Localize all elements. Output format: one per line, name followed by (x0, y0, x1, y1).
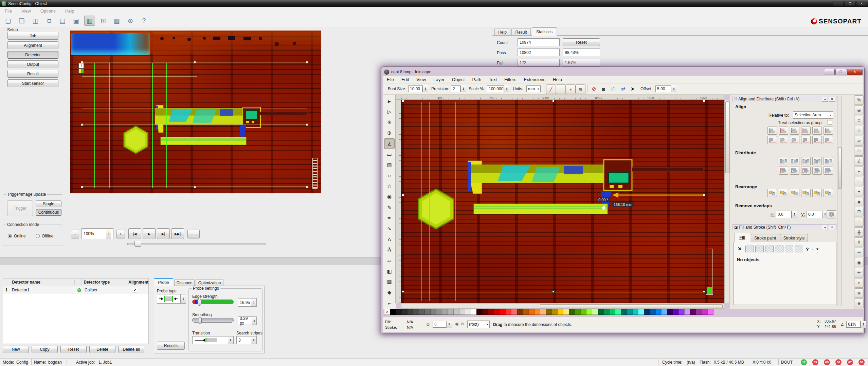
tab-statistics[interactable]: Statistics (532, 27, 557, 36)
snap-button[interactable]: ⊕ (855, 298, 864, 308)
film-slider-track[interactable] (127, 243, 266, 245)
units-select[interactable]: mm ▾ (526, 85, 541, 92)
open-job-icon[interactable]: ❏ (16, 16, 27, 26)
edge-strength-slider[interactable] (192, 300, 234, 304)
zoom-input[interactable]: 61% (846, 321, 861, 328)
detector-name-cell[interactable]: Detector1 (10, 288, 76, 292)
tab-stroke-paint[interactable]: Stroke paint (751, 234, 779, 242)
snap-button[interactable]: ◆ (855, 197, 864, 207)
col-detector-type[interactable]: Detector type (82, 280, 126, 285)
precision-spinner[interactable]: ▲▼ (460, 85, 466, 92)
roi-handle[interactable] (194, 61, 196, 63)
menu-item[interactable]: Help (549, 77, 566, 82)
distribute-centers-h[interactable] (790, 157, 799, 165)
offline-radio[interactable]: Offline (36, 234, 53, 238)
menu-item[interactable]: File (383, 77, 398, 82)
palette-swatch[interactable] (396, 309, 402, 315)
zoom-icon[interactable]: ⊕ (125, 16, 136, 26)
close-button[interactable]: ✕ (856, 1, 867, 6)
palette-swatch[interactable] (534, 309, 540, 315)
snap-button[interactable]: □ (855, 116, 864, 125)
palette-swatch[interactable] (690, 309, 696, 315)
roi-handle[interactable] (306, 61, 308, 63)
zoom-spinner[interactable]: ▲▼ (861, 321, 866, 328)
probe-type-spinner[interactable]: ▲▼ (180, 294, 186, 303)
swatch-mini-icon[interactable]: ◦ (812, 247, 814, 251)
flat-color-button[interactable] (745, 246, 754, 252)
inkscape-canvas[interactable]: 0.00 ° 165.10 mm (401, 100, 724, 303)
align-top-edges[interactable] (779, 136, 788, 144)
opacity-input[interactable]: 0 (433, 321, 446, 328)
align-panel-titlebar[interactable]: ⠿ Align and Distribute (Shift+Ctrl+A) ◂ … (733, 96, 836, 102)
Copy[interactable]: Copy (32, 346, 58, 353)
palette-swatch[interactable] (448, 309, 454, 315)
palette-swatch[interactable] (627, 309, 633, 315)
Delete[interactable]: Delete (89, 346, 115, 353)
palette-swatch[interactable] (390, 309, 396, 315)
precision-input[interactable]: 2 (451, 85, 460, 92)
palette-swatch[interactable] (453, 309, 459, 315)
hscroll-thumb[interactable] (540, 304, 723, 308)
menu-item[interactable]: Filters (501, 77, 520, 82)
edge-strength-thumb[interactable] (198, 299, 201, 306)
palette-swatch[interactable] (603, 309, 610, 315)
edge-strength-spinner[interactable]: ▲▼ (251, 298, 256, 306)
search-stripes-value[interactable]: 3 ▲▼ (236, 336, 257, 344)
palette-swatch[interactable] (528, 309, 535, 315)
menu-item[interactable]: Text (485, 77, 501, 82)
snap-button[interactable]: ⌐ (855, 167, 864, 176)
align-top-to-bottom-edge[interactable] (812, 136, 822, 144)
swatch-button[interactable] (785, 246, 793, 252)
roi-rectangle[interactable] (82, 62, 307, 187)
Output[interactable]: Output (7, 60, 58, 68)
menu-item[interactable]: Layer (430, 77, 448, 82)
palette-swatch[interactable] (494, 309, 500, 315)
roi-handle[interactable] (194, 186, 196, 188)
palette-swatch[interactable] (702, 309, 708, 315)
offset-input[interactable]: 5.00 (655, 85, 671, 92)
center-horizontal-axis[interactable] (790, 136, 799, 144)
align-bottom-edges[interactable] (801, 136, 811, 144)
radial-gradient-button[interactable] (765, 246, 774, 252)
detector-table[interactable]: Detector name Detector type Alignment 1 … (3, 278, 149, 344)
roi-handle[interactable] (81, 186, 83, 188)
roi-handle[interactable] (81, 123, 83, 126)
dock-scroll-thumb[interactable] (838, 147, 842, 189)
print-icon[interactable]: ▤ (57, 16, 68, 26)
align-right-to-left-edge[interactable] (767, 127, 777, 135)
palette-swatch[interactable] (569, 309, 575, 315)
palette-swatch[interactable] (546, 309, 552, 315)
filmstrip-icon[interactable]: ▥ (84, 16, 95, 26)
bucket-tool[interactable]: ◧ (384, 266, 395, 276)
minimize-button[interactable]: ─ (833, 1, 844, 6)
align-right-edges[interactable] (801, 127, 811, 135)
tweak-tool[interactable]: ✳ (384, 117, 395, 128)
layer-select[interactable]: (root) ▾ (467, 321, 490, 328)
edge-strength-value[interactable]: 16.95 ▲▼ (238, 298, 257, 307)
palette-swatch[interactable] (650, 309, 656, 315)
snap-button[interactable]: ⊗ (855, 288, 864, 298)
menu-item[interactable]: Help (60, 8, 79, 14)
node-tool[interactable]: ▷ (384, 107, 395, 117)
no-color-swatch[interactable]: ✕ (384, 309, 390, 315)
palette-swatch[interactable] (592, 309, 598, 315)
distribute-text-h[interactable] (824, 157, 833, 165)
connector-tool[interactable]: ⌐ (384, 298, 395, 308)
snap-button[interactable]: ✛ (855, 268, 864, 277)
align-left-edges[interactable] (779, 127, 788, 135)
canvas-vscrollbar[interactable] (724, 100, 730, 303)
device-icon[interactable]: ▦ (111, 16, 122, 26)
layer-visibility-icon[interactable]: ◉ (455, 322, 458, 326)
Alignment[interactable]: Alignment (7, 41, 58, 49)
panel-collapse-icon[interactable]: ◂ (822, 97, 828, 102)
menu-item[interactable]: Extensions (520, 77, 549, 82)
palette-swatch[interactable] (707, 309, 713, 315)
help-icon[interactable]: ? (139, 16, 149, 26)
snapshot-icon[interactable]: ◙ (599, 84, 608, 93)
distribute-gaps-v[interactable] (812, 167, 822, 175)
selection-handle[interactable] (552, 100, 555, 102)
distribute-gaps-h[interactable] (812, 157, 822, 165)
ignore-points-toggle[interactable]: ⁘ (556, 84, 566, 94)
monitor-icon[interactable]: ▣ (71, 16, 82, 26)
maximize-button[interactable]: ❐ (835, 69, 846, 75)
